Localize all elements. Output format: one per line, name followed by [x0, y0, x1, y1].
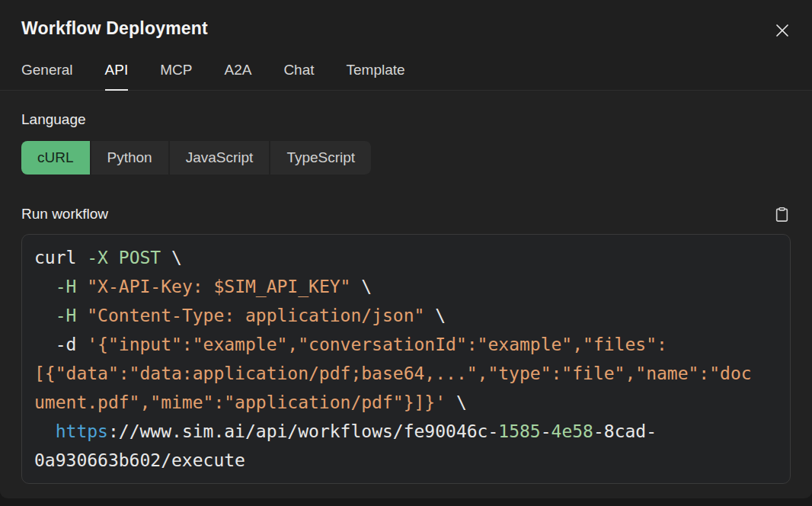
close-button[interactable] — [772, 21, 792, 40]
language-label: Language — [21, 111, 791, 128]
tab-mcp[interactable]: MCP — [160, 62, 192, 91]
code-line: -H "X-API-Key: $SIM_API_KEY" \ — [34, 272, 778, 301]
code-line: [{"data":"data:application/pdf;base64,..… — [34, 359, 778, 388]
tab-a2a[interactable]: A2A — [224, 62, 251, 91]
workflow-deployment-modal: Workflow Deployment GeneralAPIMCPA2AChat… — [0, 0, 812, 498]
language-option-typescript[interactable]: TypeScript — [270, 141, 371, 175]
code-line: https://www.sim.ai/api/workflows/fe90046… — [34, 417, 778, 446]
code-line: -d '{"input":"example","conversationId":… — [34, 330, 778, 359]
modal-title: Workflow Deployment — [21, 18, 791, 39]
language-option-python[interactable]: Python — [91, 141, 168, 175]
modal-body: Language cURLPythonJavaScriptTypeScript … — [0, 91, 812, 498]
clipboard-icon — [774, 207, 790, 223]
language-selector: cURLPythonJavaScriptTypeScript — [21, 141, 371, 175]
code-line: curl -X POST \ — [34, 243, 778, 272]
tab-general[interactable]: General — [21, 62, 73, 91]
close-icon — [774, 22, 791, 39]
language-option-curl[interactable]: cURL — [21, 141, 90, 175]
code-block: curl -X POST \ -H "X-API-Key: $SIM_API_K… — [21, 234, 791, 484]
code-line: -H "Content-Type: application/json" \ — [34, 301, 778, 330]
tab-bar: GeneralAPIMCPA2AChatTemplate — [21, 62, 791, 90]
code-line: 0a930663b602/execute — [34, 446, 778, 475]
tab-api[interactable]: API — [105, 62, 129, 91]
tab-chat[interactable]: Chat — [283, 62, 314, 91]
language-option-javascript[interactable]: JavaScript — [170, 141, 270, 175]
copy-button[interactable] — [772, 205, 791, 223]
run-workflow-row: Run workflow — [21, 205, 791, 223]
tab-template[interactable]: Template — [347, 62, 405, 91]
run-workflow-label: Run workflow — [21, 206, 108, 223]
code-line: ument.pdf","mime":"application/pdf"}]}' … — [34, 388, 778, 417]
modal-header: Workflow Deployment GeneralAPIMCPA2AChat… — [0, 0, 812, 91]
